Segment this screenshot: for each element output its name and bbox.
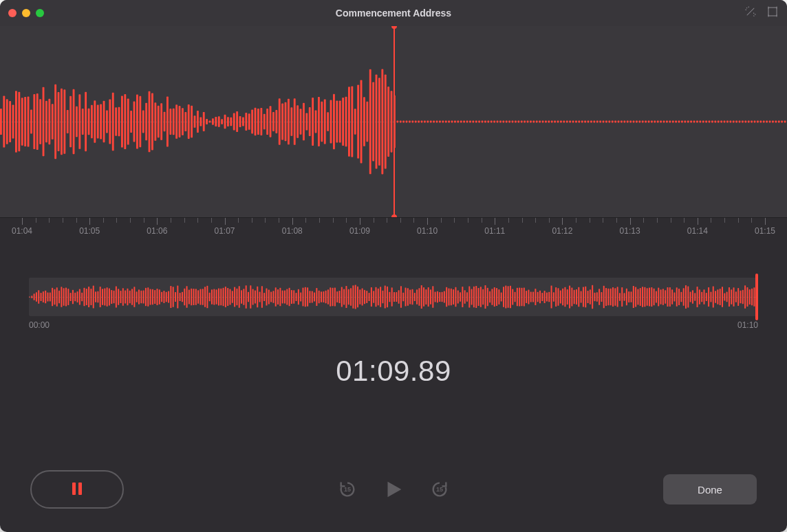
waveform-overview[interactable]	[29, 278, 758, 316]
svg-rect-130	[391, 91, 393, 152]
svg-rect-170	[512, 121, 514, 123]
enhance-icon[interactable]	[744, 5, 757, 21]
svg-rect-420	[391, 287, 393, 306]
svg-rect-96	[288, 99, 290, 145]
svg-rect-10	[28, 96, 30, 146]
ruler-minor-tick	[657, 218, 658, 223]
time-ruler[interactable]: 01:0401:0501:0601:0701:0801:0901:1001:11…	[0, 217, 787, 242]
svg-rect-199	[599, 121, 601, 123]
svg-rect-214	[645, 121, 647, 123]
svg-rect-545	[676, 287, 678, 307]
svg-rect-347	[225, 287, 226, 307]
close-window-button[interactable]	[8, 9, 17, 17]
skip-back-button[interactable]: 15	[338, 480, 357, 499]
svg-rect-566	[724, 293, 725, 300]
svg-rect-231	[696, 121, 698, 123]
svg-rect-74	[221, 119, 223, 124]
record-pause-button[interactable]	[30, 470, 124, 509]
svg-rect-535	[654, 289, 655, 305]
svg-rect-444	[446, 287, 447, 307]
waveform-main[interactable]	[0, 26, 787, 217]
svg-rect-93	[279, 98, 281, 145]
svg-rect-409	[366, 291, 367, 303]
ruler-minor-tick	[265, 218, 266, 223]
svg-rect-364	[263, 293, 265, 301]
svg-rect-27	[78, 94, 80, 149]
svg-rect-142	[427, 121, 429, 123]
svg-rect-477	[521, 288, 523, 307]
svg-rect-89	[266, 109, 268, 135]
svg-rect-19	[54, 85, 56, 159]
svg-rect-385	[312, 291, 313, 302]
svg-rect-392	[327, 289, 329, 304]
skip-forward-button[interactable]: 15	[430, 480, 449, 499]
svg-rect-255	[769, 121, 771, 123]
svg-rect-341	[211, 289, 213, 304]
svg-rect-326	[177, 285, 178, 308]
svg-rect-459	[480, 287, 482, 307]
svg-rect-60	[179, 106, 181, 137]
svg-rect-140	[421, 121, 423, 123]
svg-rect-145	[436, 121, 438, 123]
trim-icon[interactable]	[766, 5, 779, 21]
svg-rect-66	[197, 111, 199, 133]
zoom-window-button[interactable]	[36, 9, 44, 17]
svg-rect-185	[557, 121, 559, 123]
playhead[interactable]	[394, 26, 395, 217]
svg-rect-534	[651, 287, 652, 307]
skip-back-amount: 15	[338, 480, 357, 499]
svg-rect-556	[701, 292, 702, 302]
svg-rect-416	[382, 291, 383, 304]
svg-rect-411	[371, 287, 372, 307]
svg-rect-249	[751, 121, 753, 123]
svg-rect-235	[709, 121, 711, 123]
svg-rect-448	[455, 287, 456, 307]
svg-rect-20	[58, 92, 60, 151]
play-button[interactable]	[382, 478, 405, 501]
overview-playhead[interactable]	[755, 274, 758, 320]
svg-rect-504	[583, 287, 584, 307]
svg-rect-253	[763, 121, 765, 123]
svg-rect-115	[345, 97, 347, 147]
svg-rect-4	[9, 101, 11, 142]
svg-rect-360	[255, 291, 256, 304]
svg-rect-250	[754, 121, 756, 123]
svg-rect-304	[127, 289, 128, 305]
svg-rect-386	[314, 292, 315, 301]
svg-rect-507	[590, 289, 591, 304]
svg-rect-155	[466, 121, 468, 123]
svg-rect-263	[34, 293, 35, 300]
svg-rect-302	[122, 288, 124, 306]
svg-rect-318	[159, 289, 160, 304]
svg-rect-15	[43, 87, 45, 157]
svg-rect-141	[424, 121, 426, 123]
ruler-minor-tick	[549, 218, 550, 223]
minimize-window-button[interactable]	[22, 9, 30, 17]
svg-rect-79	[236, 111, 238, 132]
svg-rect-104	[312, 98, 314, 146]
svg-rect-503	[581, 291, 582, 303]
svg-rect-163	[490, 121, 493, 123]
svg-rect-519	[617, 287, 618, 307]
svg-rect-397	[339, 291, 341, 303]
svg-rect-335	[197, 290, 199, 304]
svg-rect-471	[508, 286, 509, 307]
svg-rect-472	[510, 286, 511, 309]
svg-rect-510	[596, 292, 598, 301]
svg-rect-262	[31, 296, 32, 298]
svg-rect-337	[202, 289, 204, 305]
svg-rect-562	[715, 291, 716, 302]
svg-rect-352	[236, 289, 237, 305]
svg-rect-220	[663, 121, 665, 123]
svg-rect-62	[184, 112, 186, 131]
window-title: Commencement Address	[0, 8, 787, 19]
done-button[interactable]: Done	[663, 474, 757, 505]
svg-rect-257	[775, 121, 777, 123]
svg-rect-349	[230, 289, 231, 305]
svg-rect-67	[200, 117, 202, 126]
ruler-tick	[292, 218, 293, 225]
svg-rect-73	[218, 116, 220, 127]
waveform-overview-graphic	[29, 278, 758, 316]
svg-rect-298	[114, 291, 115, 304]
svg-rect-152	[457, 121, 459, 123]
